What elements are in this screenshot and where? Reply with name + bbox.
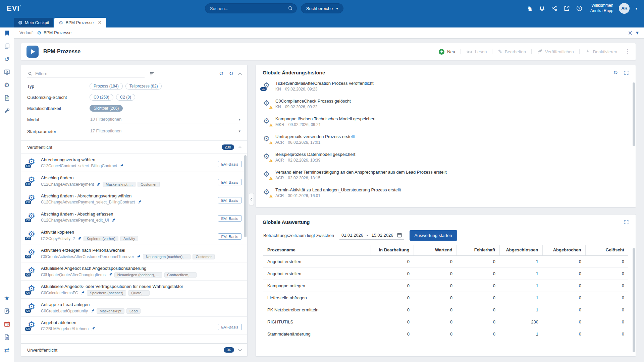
history-item[interactable]: ⚙ ! Umfragemails versenden Prozess erste…: [261, 132, 628, 150]
process-code: C12ChangeAdvancePayment_select_BillingCo…: [41, 200, 135, 204]
more-actions-icon[interactable]: ⋮: [625, 49, 630, 55]
search-scope-button[interactable]: Suchbereiche ▾: [301, 3, 343, 13]
date-from[interactable]: 01.01.2026: [341, 233, 363, 238]
history-item[interactable]: ⚙ ! Kampagne löschen Technisches Modell …: [261, 114, 628, 132]
history-meta: KN 09.02.2026, 09:23: [275, 87, 628, 92]
notifications-bell-icon[interactable]: [539, 5, 545, 12]
user-menu-chevron-icon[interactable]: ▾: [635, 7, 637, 10]
process-list-item[interactable]: ⚙ C0 Abschlag ändern - Abrechnungsvertra…: [21, 190, 247, 208]
veroeffentlichen-button[interactable]: Veröffentlichen: [536, 49, 575, 54]
tab-bpm-prozesse[interactable]: ⚙ BPM-Prozesse ×: [54, 18, 106, 27]
evaluation-row[interactable]: PK Netzbetreiber ermitteln000100: [263, 304, 628, 316]
share-icon[interactable]: [551, 5, 558, 12]
copy-pages-icon[interactable]: [4, 43, 10, 50]
evaluation-column-header[interactable]: Gelöscht: [585, 245, 628, 256]
evaluation-row[interactable]: Lieferstelle abfragen000100: [263, 292, 628, 304]
sort-icon[interactable]: [149, 71, 155, 76]
evaluation-row[interactable]: Angebot erstellen000100: [263, 255, 628, 267]
filter-collapse-icon[interactable]: [238, 73, 242, 76]
evaluation-column-header[interactable]: Abgeschlossen: [499, 245, 542, 256]
filter-input[interactable]: [35, 71, 144, 76]
date-range-field[interactable]: 01.01.2026 - 15.02.2026: [339, 231, 404, 240]
filter-refresh-icon[interactable]: ↻: [229, 71, 233, 76]
start-evaluation-button[interactable]: Auswertung starten: [410, 230, 457, 241]
settings-gear-icon[interactable]: ⚙: [4, 82, 10, 88]
verlauf-menu-icon[interactable]: ▾: [636, 30, 639, 36]
help-icon[interactable]: ?: [576, 5, 583, 12]
evaluation-row[interactable]: RIGHTUTILS00023000: [263, 316, 628, 328]
evaluation-row[interactable]: Kampagne anlegen000100: [263, 280, 628, 292]
evaluation-column-header[interactable]: Fehlerhaft: [457, 245, 499, 256]
history-item[interactable]: ⚙ ! C0ComplianceCheck Prozess gelöscht K…: [261, 97, 628, 114]
process-tag: Quote, ...: [128, 290, 149, 296]
modul-select[interactable]: 10 Filteroptionen ▾: [90, 116, 241, 123]
filter-history-icon[interactable]: ↺: [219, 71, 223, 76]
evaluation-column-header[interactable]: In Bearbeitung: [371, 245, 414, 256]
published-section-header[interactable]: Veröffentlicht 230: [21, 140, 247, 154]
filter-chip-teilprozess[interactable]: Teilprozess (82): [125, 83, 162, 89]
history-item[interactable]: ⚙ ! Versand einer Terminbestätigung an d…: [261, 168, 628, 185]
evaluation-controls: Betrachtungszeitraum liegt zwischen 01.0…: [256, 228, 636, 245]
favorites-star-icon[interactable]: ★: [4, 295, 10, 301]
deaktivieren-button[interactable]: Deaktivieren: [584, 49, 619, 54]
search-icon[interactable]: [288, 6, 293, 11]
neu-label: Neu: [447, 49, 455, 54]
filter-chip-sichtbar[interactable]: Sichtbar (266): [90, 105, 123, 112]
process-list-item[interactable]: ⚙ C0 Aktualisiere Angebots- oder Vertrag…: [21, 281, 247, 299]
process-list-item[interactable]: ⚙ C0 Abschlag ändern - Abschlag erfassen…: [21, 208, 247, 226]
process-list-item[interactable]: ⚙ C0 Aktivität kopieren C12CopyActivity_…: [21, 226, 247, 244]
filter-chip-c2[interactable]: C2 (8): [116, 94, 135, 101]
calendar-icon[interactable]: [4, 321, 10, 327]
evaluation-column-header[interactable]: Wartend: [414, 245, 457, 256]
history-expand-icon[interactable]: [624, 70, 629, 75]
lesen-button[interactable]: Lesen: [465, 49, 488, 55]
bookmark-icon[interactable]: [4, 30, 10, 37]
verlauf-close-icon[interactable]: ×: [628, 30, 633, 36]
screen-search-icon[interactable]: [4, 69, 10, 75]
evaluation-row[interactable]: Angebot erstellen000100: [263, 267, 628, 280]
history-refresh-icon[interactable]: ↻: [613, 70, 618, 75]
process-list-item[interactable]: ⚙ C0 Anfrage zu Lead anlegen C0CreateLea…: [21, 299, 247, 317]
history-icon[interactable]: ↺: [4, 56, 10, 62]
history-item[interactable]: ⚙ C0 TicketSendMailAfterCreation Prozess…: [261, 79, 628, 97]
verlauf-item[interactable]: ⚙ BPM-Prozesse: [37, 31, 71, 35]
startparameter-select[interactable]: 17 Filteroptionen ▾: [90, 128, 241, 135]
rocket-icon: [90, 309, 94, 313]
unpublished-section-header[interactable]: Unveröffentlicht 36: [21, 343, 247, 356]
calendar-icon[interactable]: [397, 232, 402, 238]
evaluation-cell: 0: [542, 304, 585, 316]
history-item[interactable]: ⚙ ! Termin-Aktivität zu Lead anlegen_Übe…: [261, 185, 628, 203]
evaluation-column-header[interactable]: Prozessname: [263, 245, 371, 256]
evaluation-expand-icon[interactable]: [624, 220, 629, 225]
data-sync-icon[interactable]: ⇄: [4, 347, 10, 353]
open-external-icon[interactable]: [564, 5, 570, 12]
evaluation-column-header[interactable]: Abgebrochen: [542, 245, 585, 256]
evaluation-row[interactable]: Stammdatenänderung000100: [263, 328, 628, 340]
notes-icon[interactable]: [4, 308, 10, 314]
document-settings-icon[interactable]: ⚙: [4, 334, 10, 341]
evaluation-scrollbar[interactable]: [633, 248, 635, 353]
process-list-scrollbar[interactable]: [244, 155, 247, 237]
filter-chip-prozess[interactable]: Prozess (184): [90, 83, 123, 89]
process-list-item[interactable]: ⚙ C0 Abrechnungsvertrag wählen C12Cancel…: [21, 154, 247, 172]
bearbeiten-button[interactable]: ✎ Bearbeiten: [496, 49, 527, 54]
process-list-item[interactable]: ⚙ C0 Abschlag ändern C12ChangeAdvancePay…: [21, 172, 247, 190]
avatar[interactable]: AR: [619, 3, 630, 14]
process-list-item[interactable]: ⚙ C0 Aktivitäten erzeugen nach Personalw…: [21, 244, 247, 262]
history-item[interactable]: ⚙ ! Beispielprozess Datenmodell gespeich…: [261, 150, 628, 168]
history-scrollbar[interactable]: [633, 82, 635, 146]
process-list-item[interactable]: ⚙ C0 Angebot ablehnen C12BLMAngebotAbleh…: [21, 317, 247, 335]
process-list-item[interactable]: ⚙ C0 Aktualisiere Angebot nach Angebotsp…: [21, 262, 247, 281]
global-search-input[interactable]: [205, 3, 297, 13]
neu-button[interactable]: + Neu: [437, 49, 457, 55]
invoice-document-icon[interactable]: [4, 95, 10, 101]
process-gear-icon: ⚙ C0: [26, 211, 37, 222]
history-gear-icon: ⚙ !: [261, 152, 271, 162]
date-to[interactable]: 15.02.2026: [371, 233, 393, 238]
filter-chip-c0[interactable]: C0 (258): [90, 94, 113, 101]
tab-mein-cockpit[interactable]: Mein Cockpit: [14, 18, 53, 27]
collapse-panel-handle[interactable]: [249, 193, 254, 205]
tools-wrench-icon[interactable]: [4, 108, 10, 114]
tab-close-icon[interactable]: ×: [98, 20, 102, 25]
assistant-knight-icon[interactable]: ♞: [527, 5, 533, 12]
